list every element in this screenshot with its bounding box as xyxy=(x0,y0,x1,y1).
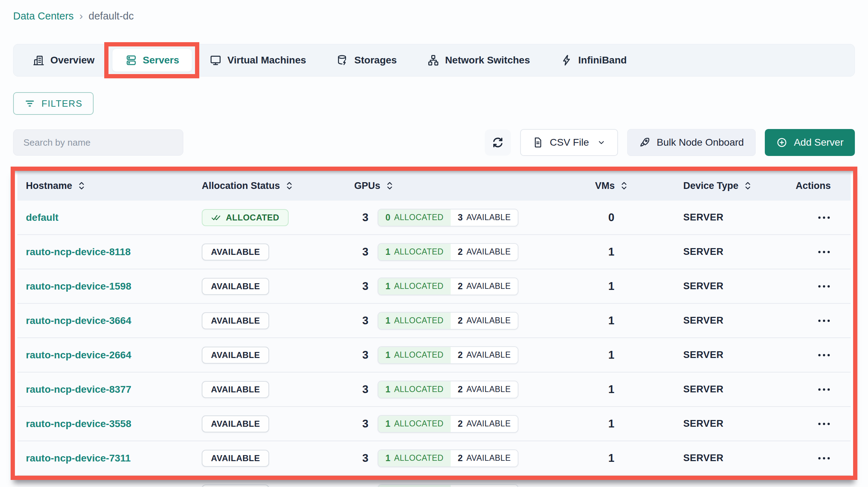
hostname-link[interactable]: rauto-ncp-device-3664 xyxy=(26,315,131,326)
gpu-count: 3 xyxy=(354,383,368,396)
bulk-node-onboard-button[interactable]: Bulk Node Onboard xyxy=(627,129,756,156)
breadcrumb-link-data-centers[interactable]: Data Centers xyxy=(13,10,74,22)
row-actions-button[interactable] xyxy=(817,214,831,221)
tab-bar: Overview Servers Virtual Machines Storag… xyxy=(13,44,855,77)
row-actions-button[interactable] xyxy=(817,248,831,256)
add-server-label: Add Server xyxy=(794,137,844,148)
gpu-count: 3 xyxy=(354,418,368,430)
sort-icon xyxy=(386,181,393,191)
tab-label: Virtual Machines xyxy=(227,55,306,66)
hostname-link[interactable]: rauto-ncp-device-3558 xyxy=(26,418,131,430)
tab-virtual-machines[interactable]: Virtual Machines xyxy=(197,49,319,72)
breadcrumb: Data Centers › default-dc xyxy=(13,0,855,22)
device-type: SERVER xyxy=(666,349,776,360)
gpu-allocation-badge: 1ALLOCATED2AVAILABLE xyxy=(378,312,518,330)
hostname-link[interactable]: rauto-ncp-device-8377 xyxy=(26,384,131,395)
document-icon xyxy=(532,137,544,148)
gpu-allocation-badge: 1ALLOCATED2AVAILABLE xyxy=(378,484,518,487)
table-row: default ALLOCATED 3 0ALLOCATED3AVAILABLE… xyxy=(17,201,851,235)
column-header-actions: Actions xyxy=(776,180,851,191)
allocation-status-badge: AVAILABLE xyxy=(202,347,269,364)
gpu-allocation-badge: 1ALLOCATED2AVAILABLE xyxy=(378,346,518,364)
column-header-device-type[interactable]: Device Type xyxy=(666,180,776,191)
vm-count: 1 xyxy=(556,383,666,396)
monitor-icon xyxy=(210,54,222,66)
row-actions-button[interactable] xyxy=(817,317,831,324)
device-type: SERVER xyxy=(666,246,776,257)
gpu-allocation-badge: 1ALLOCATED2AVAILABLE xyxy=(378,415,518,433)
tab-storages[interactable]: Storages xyxy=(324,49,410,72)
gpu-allocation-badge: 1ALLOCATED2AVAILABLE xyxy=(378,449,518,467)
refresh-icon xyxy=(491,136,505,149)
vm-count: 1 xyxy=(556,452,666,465)
table-row: rauto-ncp-device-3558 AVAILABLE 3 1ALLOC… xyxy=(17,407,851,441)
breadcrumb-current: default-dc xyxy=(89,10,134,22)
network-tree-icon xyxy=(427,54,439,66)
gpu-count: 3 xyxy=(354,211,368,224)
gpu-allocation-badge: 1ALLOCATED2AVAILABLE xyxy=(378,278,518,295)
ellipsis-icon xyxy=(817,214,831,221)
vm-count: 1 xyxy=(556,246,666,258)
chevron-down-icon xyxy=(597,138,606,147)
double-check-icon xyxy=(211,213,222,222)
csv-file-label: CSV File xyxy=(550,137,589,148)
column-header-vms[interactable]: VMs xyxy=(556,180,666,191)
add-server-button[interactable]: Add Server xyxy=(765,129,855,156)
search-input[interactable] xyxy=(23,137,173,148)
tab-overview[interactable]: Overview xyxy=(20,49,107,72)
hostname-link[interactable]: rauto-ncp-device-2664 xyxy=(26,349,131,361)
plus-circle-icon xyxy=(776,137,788,148)
servers-table: Hostname Allocation Status GPUs VMs xyxy=(13,167,855,487)
hostname-link[interactable]: rauto-ncp-device-1598 xyxy=(26,281,131,292)
sort-icon xyxy=(621,181,628,191)
lightning-icon xyxy=(561,54,573,66)
column-header-gpus[interactable]: GPUs xyxy=(354,180,556,191)
row-actions-button[interactable] xyxy=(817,283,831,290)
device-type: SERVER xyxy=(666,384,776,395)
tab-network-switches[interactable]: Network Switches xyxy=(414,49,543,72)
gpu-allocation-badge: 0ALLOCATED3AVAILABLE xyxy=(378,209,518,226)
ellipsis-icon xyxy=(817,248,831,256)
building-icon xyxy=(33,54,45,66)
table-row: rauto-ncp-device-2664 AVAILABLE 3 1ALLOC… xyxy=(17,338,851,373)
device-type: SERVER xyxy=(666,315,776,326)
data-center-servers-page: Data Centers › default-dc Overview Serve… xyxy=(0,0,868,487)
csv-file-button[interactable]: CSV File xyxy=(520,129,618,156)
row-actions-button[interactable] xyxy=(817,352,831,359)
servers-icon xyxy=(125,54,137,66)
allocation-status-badge: AVAILABLE xyxy=(202,450,269,467)
ellipsis-icon xyxy=(817,283,831,290)
allocation-status-badge: ALLOCATED xyxy=(202,209,289,226)
database-icon xyxy=(336,54,349,66)
vm-count: 0 xyxy=(556,211,666,224)
ellipsis-icon xyxy=(817,455,831,462)
row-actions-button[interactable] xyxy=(817,386,831,393)
table-header-row: Hostname Allocation Status GPUs VMs xyxy=(17,171,851,201)
allocation-status-badge: AVAILABLE xyxy=(202,415,269,432)
hostname-link[interactable]: default xyxy=(26,212,59,223)
ellipsis-icon xyxy=(817,317,831,324)
row-actions-button[interactable] xyxy=(817,420,831,427)
table-row: rauto-ncp-device-1598 AVAILABLE 3 1ALLOC… xyxy=(17,269,851,304)
allocation-status-badge: AVAILABLE xyxy=(202,312,269,329)
filters-label: FILTERS xyxy=(41,98,82,109)
allocation-status-badge: AVAILABLE xyxy=(202,278,269,295)
allocation-status-badge: AVAILABLE xyxy=(202,381,269,398)
filters-button[interactable]: FILTERS xyxy=(13,92,94,115)
gpu-allocation-badge: 1ALLOCATED2AVAILABLE xyxy=(378,243,518,261)
tab-servers[interactable]: Servers xyxy=(112,49,192,72)
tab-label: InfiniBand xyxy=(578,55,627,66)
column-header-allocation-status[interactable]: Allocation Status xyxy=(202,180,354,191)
row-actions-button[interactable] xyxy=(817,455,831,462)
rocket-icon xyxy=(639,137,650,148)
refresh-button[interactable] xyxy=(485,129,511,156)
tab-infiniband[interactable]: InfiniBand xyxy=(548,49,640,72)
table-row: AVAILABLE 1ALLOCATED2AVAILABLE xyxy=(17,476,851,487)
column-header-hostname[interactable]: Hostname xyxy=(17,180,202,191)
table-row: rauto-ncp-device-7311 AVAILABLE 3 1ALLOC… xyxy=(17,441,851,476)
hostname-link[interactable]: rauto-ncp-device-8118 xyxy=(26,246,131,258)
gpu-allocation-badge: 1ALLOCATED2AVAILABLE xyxy=(378,381,518,398)
hostname-link[interactable]: rauto-ncp-device-7311 xyxy=(26,453,131,464)
table-row: rauto-ncp-device-8118 AVAILABLE 3 1ALLOC… xyxy=(17,235,851,269)
vm-count: 1 xyxy=(556,418,666,430)
